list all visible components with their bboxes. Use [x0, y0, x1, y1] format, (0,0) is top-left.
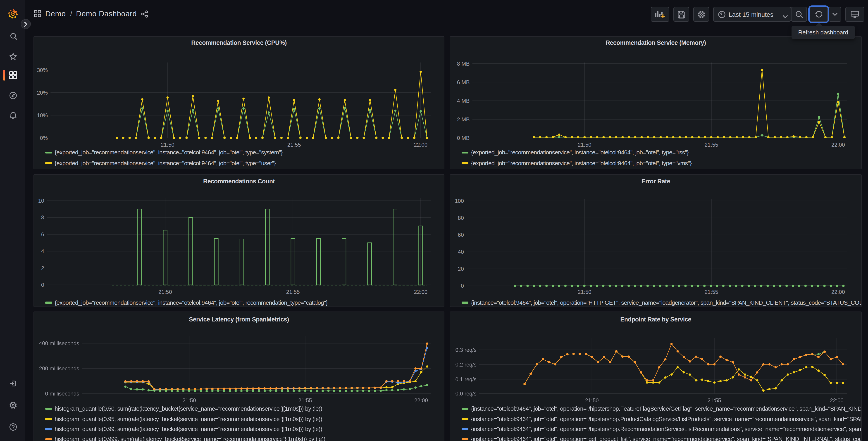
svg-text:0.1 req/s: 0.1 req/s — [456, 376, 476, 382]
svg-text:21:50: 21:50 — [578, 142, 591, 148]
svg-text:0.3 req/s: 0.3 req/s — [456, 347, 476, 353]
svg-text:10: 10 — [38, 198, 44, 204]
svg-text:0%: 0% — [40, 135, 48, 141]
svg-text:21:55: 21:55 — [708, 397, 721, 404]
svg-text:8 MB: 8 MB — [457, 61, 470, 67]
svg-text:21:55: 21:55 — [705, 289, 718, 295]
svg-text:0.2 req/s: 0.2 req/s — [456, 361, 476, 368]
svg-text:6 MB: 6 MB — [457, 79, 470, 85]
svg-text:21:55: 21:55 — [287, 142, 301, 148]
svg-text:21:55: 21:55 — [286, 289, 300, 295]
svg-text:0 MB: 0 MB — [457, 135, 470, 141]
svg-text:21:50: 21:50 — [585, 397, 599, 404]
svg-text:4 MB: 4 MB — [457, 98, 470, 104]
svg-text:100: 100 — [455, 198, 464, 204]
svg-text:0.0 req/s: 0.0 req/s — [456, 390, 476, 396]
svg-text:22:00: 22:00 — [414, 397, 428, 404]
svg-text:2: 2 — [41, 265, 44, 271]
svg-text:200 milliseconds: 200 milliseconds — [39, 365, 79, 372]
svg-text:21:55: 21:55 — [705, 142, 718, 148]
svg-text:0: 0 — [461, 283, 464, 289]
svg-text:6: 6 — [41, 231, 44, 237]
svg-text:400 milliseconds: 400 milliseconds — [39, 340, 79, 346]
svg-text:80: 80 — [458, 215, 464, 221]
svg-text:22:00: 22:00 — [830, 397, 843, 404]
svg-text:22:00: 22:00 — [831, 142, 845, 148]
svg-text:21:50: 21:50 — [158, 289, 172, 295]
svg-text:21:55: 21:55 — [299, 397, 312, 404]
svg-text:20: 20 — [458, 266, 464, 272]
svg-text:21:50: 21:50 — [182, 397, 196, 404]
svg-text:2 MB: 2 MB — [457, 116, 470, 122]
svg-text:60: 60 — [458, 232, 464, 238]
svg-text:4: 4 — [41, 248, 44, 254]
svg-text:21:50: 21:50 — [161, 142, 175, 148]
svg-text:22:00: 22:00 — [414, 289, 428, 295]
svg-text:40: 40 — [458, 249, 464, 255]
svg-text:30%: 30% — [37, 67, 48, 73]
svg-text:0: 0 — [41, 282, 44, 288]
svg-text:22:00: 22:00 — [831, 289, 845, 295]
svg-text:8: 8 — [41, 214, 44, 220]
svg-text:22:00: 22:00 — [414, 142, 428, 148]
svg-text:20%: 20% — [37, 90, 48, 96]
svg-text:0 milliseconds: 0 milliseconds — [45, 390, 79, 396]
svg-text:21:50: 21:50 — [578, 289, 591, 295]
svg-text:10%: 10% — [37, 112, 48, 118]
